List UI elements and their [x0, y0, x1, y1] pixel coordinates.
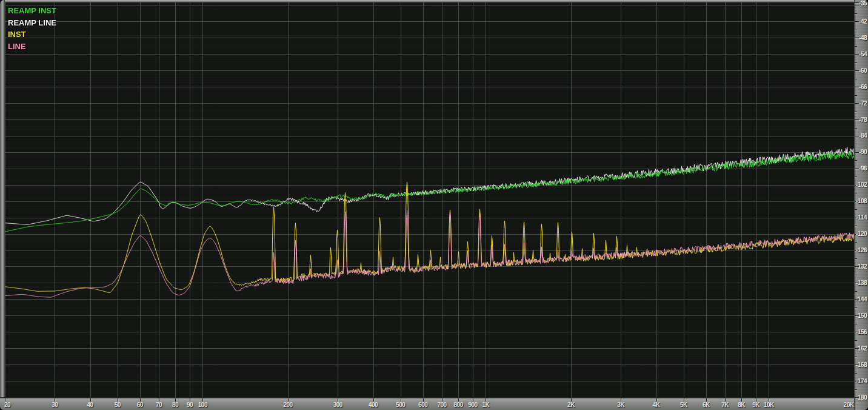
y-minor-tick — [855, 357, 857, 357]
x-axis-label: 60 — [137, 402, 143, 408]
y-major-tick — [855, 54, 859, 55]
y-minor-tick — [855, 193, 857, 193]
y-axis-label: -168 — [856, 361, 867, 368]
y-major-tick — [855, 38, 859, 38]
y-minor-tick — [855, 13, 857, 14]
y-minor-tick — [855, 308, 857, 308]
y-minor-tick — [855, 112, 857, 112]
x-axis-label: 300 — [333, 402, 342, 408]
y-major-tick — [855, 169, 859, 169]
y-major-tick — [855, 136, 859, 136]
y-axis-label: -48 — [859, 35, 867, 41]
x-axis-label: 70 — [156, 402, 162, 408]
x-axis-label: 40 — [87, 402, 93, 408]
y-minor-tick — [855, 95, 857, 96]
x-axis-label: 700 — [437, 402, 446, 408]
y-axis-label: -120 — [856, 230, 867, 237]
spectrum-analyzer-window: 2030405060708090100200300400500600700800… — [0, 0, 868, 410]
y-axis-label: -108 — [856, 198, 867, 204]
y-axis-label: -60 — [859, 67, 867, 74]
y-axis-label: -42 — [859, 18, 867, 25]
y-minor-tick — [855, 128, 857, 129]
x-axis-label: 10K — [764, 402, 774, 408]
x-axis-label: 4K — [653, 402, 660, 408]
y-minor-tick — [855, 389, 857, 390]
y-axis-label: -84 — [859, 132, 867, 139]
y-axis-label: -174 — [856, 378, 867, 385]
frame-top-edge — [0, 0, 868, 2]
y-major-tick — [855, 21, 859, 22]
x-axis-label: 3K — [617, 402, 624, 408]
x-axis-label: 400 — [369, 402, 378, 408]
y-minor-tick — [855, 209, 857, 210]
legend: REAMP INSTREAMP LINEINSTLINE — [8, 5, 56, 52]
y-axis-label: -162 — [856, 345, 867, 352]
y-minor-tick — [855, 79, 857, 79]
y-minor-tick — [855, 291, 857, 292]
y-major-tick — [855, 5, 859, 5]
y-major-tick — [855, 152, 859, 153]
x-axis-label: 2K — [567, 402, 575, 408]
y-axis-label: -132 — [856, 263, 867, 270]
x-axis-label: 5K — [680, 402, 687, 408]
y-axis-label: -150 — [856, 312, 867, 319]
spectrum-plot-canvas[interactable] — [5, 2, 854, 397]
x-axis-label: 800 — [454, 402, 463, 408]
frame-left-edge — [0, 0, 5, 410]
y-major-tick — [855, 103, 859, 104]
legend-item-reamp-inst[interactable]: REAMP INST — [8, 5, 56, 17]
y-minor-tick — [855, 340, 857, 341]
y-axis-label: -138 — [856, 280, 867, 286]
y-minor-tick — [855, 373, 857, 374]
x-axis-label: 1K — [482, 402, 490, 408]
legend-item-line[interactable]: LINE — [8, 41, 56, 53]
x-axis-label: 20 — [4, 402, 10, 408]
y-axis-label: -144 — [856, 296, 867, 303]
y-minor-tick — [855, 275, 857, 275]
legend-item-reamp-line[interactable]: REAMP LINE — [8, 17, 56, 29]
y-axis-label: -54 — [859, 51, 867, 58]
y-minor-tick — [855, 160, 857, 161]
x-axis-label: 20K — [844, 402, 854, 408]
y-minor-tick — [855, 176, 857, 177]
y-axis-label: -78 — [859, 116, 867, 123]
y-minor-tick — [855, 144, 857, 144]
x-axis-label: 80 — [172, 402, 178, 408]
x-axis-label: 90 — [187, 402, 193, 408]
x-axis-label: 8K — [738, 402, 745, 408]
y-major-tick — [855, 70, 859, 71]
x-axis-label: 200 — [283, 402, 292, 408]
x-axis-label: 600 — [418, 402, 427, 408]
x-axis-label: 50 — [115, 402, 121, 408]
x-axis-label: 500 — [396, 402, 405, 408]
y-minor-tick — [855, 242, 857, 243]
y-axis-label: -90 — [859, 149, 867, 155]
y-minor-tick — [855, 46, 857, 47]
y-major-tick — [855, 2, 859, 3]
y-axis-label: -96 — [859, 165, 867, 172]
y-minor-tick — [855, 226, 857, 226]
x-axis-label: 30 — [52, 402, 58, 408]
x-axis-label: 6K — [703, 402, 710, 408]
y-axis-label: -102 — [856, 181, 867, 188]
y-axis-label: -180 — [856, 394, 867, 401]
x-axis-label: 900 — [468, 402, 477, 408]
y-axis-label: -114 — [856, 214, 867, 221]
y-minor-tick — [855, 258, 857, 259]
x-axis-label: 9K — [752, 402, 760, 408]
legend-item-inst[interactable]: INST — [8, 29, 56, 41]
y-axis-label: -126 — [856, 247, 867, 254]
y-axis-label: -72 — [859, 100, 867, 107]
y-minor-tick — [855, 62, 857, 63]
y-major-tick — [855, 119, 859, 120]
x-axis-frequency-scale: 2030405060708090100200300400500600700800… — [0, 397, 868, 410]
y-axis-label: -156 — [856, 329, 867, 335]
y-major-tick — [855, 87, 859, 87]
y-axis-label: -66 — [859, 84, 867, 90]
y-axis-label: -35 — [859, 0, 867, 7]
y-minor-tick — [855, 30, 857, 30]
y-axis-db-scale: -35-42-48-54-60-66-72-78-84-90-96-102-10… — [854, 0, 868, 410]
x-axis-label: 7K — [721, 402, 729, 408]
y-minor-tick — [855, 324, 857, 324]
x-axis-label: 100 — [198, 402, 207, 408]
